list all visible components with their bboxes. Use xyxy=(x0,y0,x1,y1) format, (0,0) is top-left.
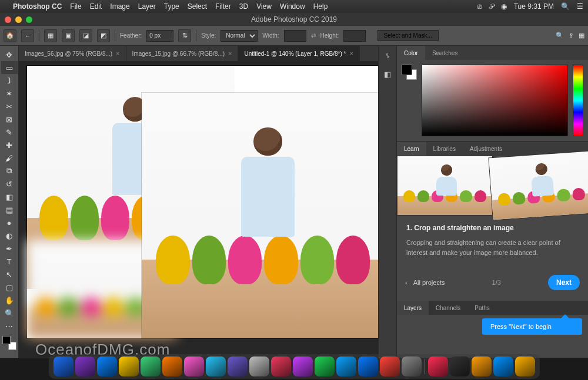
all-projects-link[interactable]: All projects xyxy=(413,279,445,286)
quick-select-tool[interactable]: ✶ xyxy=(1,87,18,100)
stamp-tool[interactable]: ⧉ xyxy=(1,164,18,177)
fg-bg-swatches[interactable] xyxy=(2,336,16,350)
dock-app-3[interactable] xyxy=(119,357,139,376)
shape-tool[interactable]: ▢ xyxy=(1,281,18,294)
close-window-icon[interactable] xyxy=(5,16,11,23)
doc-tab-1[interactable]: Images_15.jpg @ 66.7% (RGB/8...)× xyxy=(126,46,239,61)
app-menu[interactable]: Photoshop CC xyxy=(13,2,62,11)
style-select[interactable]: Normal xyxy=(220,30,258,42)
crop-tool[interactable]: ✂ xyxy=(1,100,18,113)
color-field[interactable] xyxy=(422,65,568,136)
document-canvas[interactable] xyxy=(27,66,378,338)
subtract-select-icon[interactable]: ◩ xyxy=(97,29,110,42)
spotlight-icon[interactable]: 🔍 xyxy=(561,2,570,11)
eye-icon[interactable]: ◉ xyxy=(501,2,507,11)
search-icon[interactable]: 🔍 xyxy=(556,32,564,39)
dock-app-11[interactable] xyxy=(293,357,313,376)
path-select-tool[interactable]: ↖ xyxy=(1,268,18,281)
menu-help[interactable]: Help xyxy=(313,2,328,11)
dodge-tool[interactable]: ◐ xyxy=(1,229,18,242)
properties-panel-icon[interactable]: ◧ xyxy=(382,68,393,80)
type-tool[interactable]: T xyxy=(1,255,18,268)
dock-app-10[interactable] xyxy=(271,357,291,376)
doc-tab-0[interactable]: Images_56.jpg @ 75% (RGB/8...)× xyxy=(19,46,126,61)
move-tool[interactable]: ✥ xyxy=(1,48,18,61)
anti-alias-toggle[interactable]: ⇅ xyxy=(178,29,191,42)
gradient-tool[interactable]: ▤ xyxy=(1,203,18,216)
color-fg-bg-swatches[interactable] xyxy=(402,65,417,136)
airplay-icon[interactable]: ⎚ xyxy=(477,2,482,11)
menu-select[interactable]: Select xyxy=(188,2,207,11)
dock-app-7[interactable] xyxy=(206,357,226,376)
hand-tool[interactable]: ✋ xyxy=(1,294,18,307)
menu-view[interactable]: View xyxy=(256,2,272,11)
rect-select-icon[interactable]: ▦ xyxy=(44,29,57,42)
frame-tool[interactable]: ⊠ xyxy=(1,113,18,126)
menu-window[interactable]: Window xyxy=(280,2,305,11)
menu-filter[interactable]: Filter xyxy=(215,2,231,11)
dock-app-20[interactable] xyxy=(493,357,513,376)
history-brush-tool[interactable]: ↺ xyxy=(1,177,18,190)
close-icon[interactable]: × xyxy=(116,50,119,57)
next-button[interactable]: Next xyxy=(548,275,580,290)
menu-image[interactable]: Image xyxy=(110,2,129,11)
brush-tool[interactable]: 🖌 xyxy=(1,152,18,164)
dock-app-21[interactable] xyxy=(515,357,535,376)
marquee-tool[interactable]: ▭ xyxy=(1,61,18,74)
dock-app-8[interactable] xyxy=(228,357,248,376)
dock-app-18[interactable] xyxy=(450,357,470,376)
zoom-tool[interactable]: 🔍 xyxy=(1,307,18,320)
menu-type[interactable]: Type xyxy=(164,2,179,11)
tab-adjustments[interactable]: Adjustments xyxy=(463,142,509,156)
dock-app-0[interactable] xyxy=(54,357,74,376)
dock-app-4[interactable] xyxy=(141,357,161,376)
intersect-select-icon[interactable]: ◪ xyxy=(79,29,92,42)
menubar-clock[interactable]: Tue 9:31 PM xyxy=(514,2,554,11)
share-icon[interactable]: ⇪ xyxy=(569,32,574,39)
select-and-mask-button[interactable]: Select and Mask... xyxy=(377,30,439,41)
tab-learn[interactable]: Learn xyxy=(397,142,426,156)
close-icon[interactable]: × xyxy=(228,50,232,57)
menu-layer[interactable]: Layer xyxy=(138,2,156,11)
dock-app-1[interactable] xyxy=(75,357,95,376)
dock-app-9[interactable] xyxy=(249,357,269,376)
home-button[interactable]: 🏠 xyxy=(4,29,16,42)
tab-channels[interactable]: Channels xyxy=(429,301,467,315)
eraser-tool[interactable]: ◧ xyxy=(1,190,18,203)
edit-toolbar-icon[interactable]: ⋯ xyxy=(1,320,18,332)
script-icon[interactable]: 𝒫 xyxy=(489,2,494,11)
minimize-window-icon[interactable] xyxy=(15,16,22,23)
menu-3d[interactable]: 3D xyxy=(239,2,248,11)
dock-app-14[interactable] xyxy=(358,357,378,376)
canvas[interactable] xyxy=(19,61,378,358)
dock-app-17[interactable] xyxy=(428,357,448,376)
hue-slider[interactable] xyxy=(573,65,583,136)
zoom-window-icon[interactable] xyxy=(26,16,32,23)
menu-list-icon[interactable]: ☰ xyxy=(577,2,583,11)
menu-file[interactable]: File xyxy=(70,2,81,11)
dock-app-15[interactable] xyxy=(380,357,400,376)
menu-edit[interactable]: Edit xyxy=(90,2,102,11)
window-controls[interactable] xyxy=(5,16,32,23)
blur-tool[interactable]: ● xyxy=(1,216,18,229)
doc-tab-2[interactable]: Untitled-1 @ 140% (Layer 1, RGB/8*) *× xyxy=(238,46,359,61)
tab-layers[interactable]: Layers xyxy=(397,301,429,315)
dock-app-2[interactable] xyxy=(97,357,117,376)
dock-app-19[interactable] xyxy=(472,357,492,376)
dock-app-5[interactable] xyxy=(162,357,182,376)
tab-paths[interactable]: Paths xyxy=(467,301,497,315)
back-arrow-icon[interactable]: ← xyxy=(21,29,34,42)
tab-libraries[interactable]: Libraries xyxy=(426,142,463,156)
chevron-left-icon[interactable]: ‹ xyxy=(405,279,407,286)
overlap-select-icon[interactable]: ▣ xyxy=(62,29,75,42)
eyedropper-tool[interactable]: ✎ xyxy=(1,126,18,139)
healing-tool[interactable]: ✚ xyxy=(1,139,18,152)
dock-app-16[interactable] xyxy=(402,357,422,376)
history-panel-icon[interactable]: ⑊ xyxy=(382,49,393,61)
pen-tool[interactable]: ✒ xyxy=(1,242,18,255)
dock-app-6[interactable] xyxy=(184,357,204,376)
tab-color[interactable]: Color xyxy=(397,46,425,60)
dock-app-13[interactable] xyxy=(336,357,356,376)
feather-input[interactable] xyxy=(146,30,173,42)
workspace-icon[interactable]: ▦ xyxy=(579,32,584,39)
